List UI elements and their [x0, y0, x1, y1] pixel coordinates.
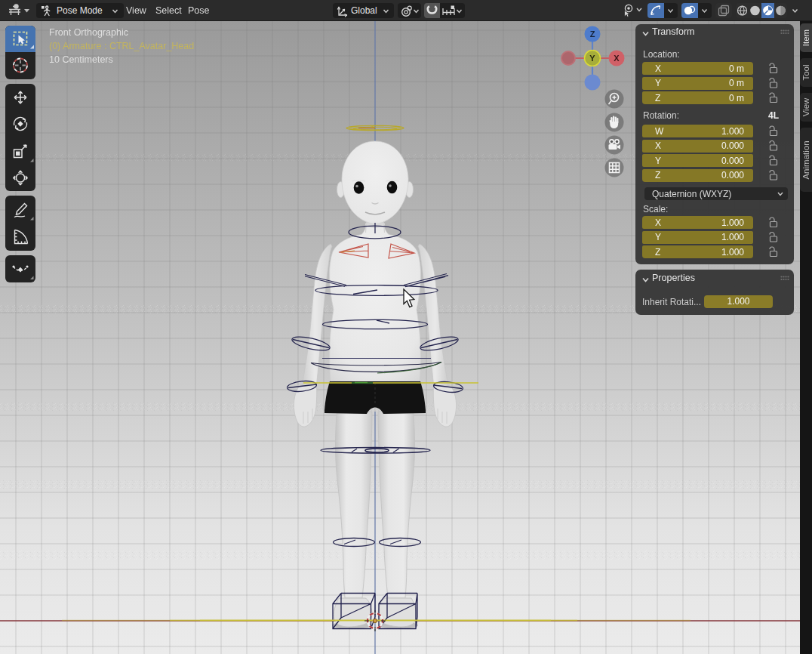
svg-text:Z: Z	[590, 29, 595, 39]
svg-text:Y: Y	[589, 54, 595, 63]
svg-text:X: X	[614, 54, 620, 63]
